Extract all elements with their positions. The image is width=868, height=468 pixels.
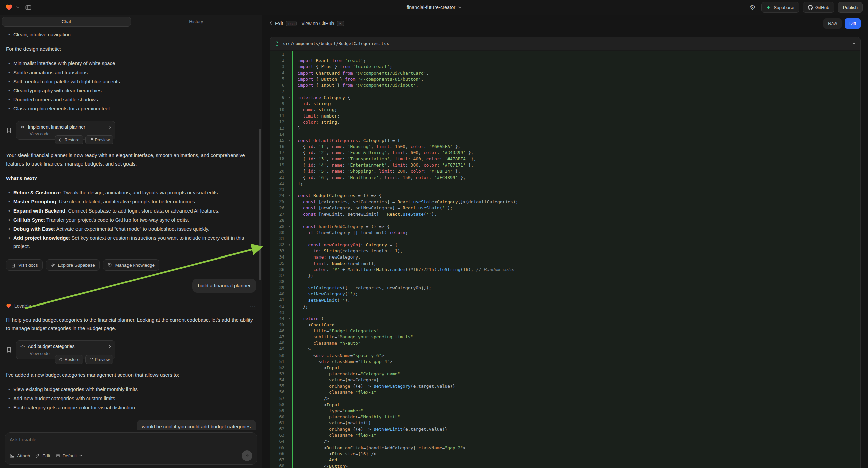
fold-chevron-icon[interactable]: ▼ xyxy=(287,225,292,228)
code-line-text: const BudgetCategories = () => { xyxy=(293,193,381,198)
line-number: 39 xyxy=(270,285,287,290)
fold-chevron-icon[interactable]: ▼ xyxy=(287,194,292,197)
collapse-chevron-up-icon[interactable] xyxy=(852,42,856,45)
tab-history[interactable]: History xyxy=(132,17,260,27)
code-line: 31 xyxy=(270,236,860,242)
lovable-logo-heart-icon[interactable] xyxy=(5,4,13,11)
visit-docs-button[interactable]: Visit docs xyxy=(6,259,42,271)
manage-knowledge-label: Manage knowledge xyxy=(116,263,155,268)
supabase-bolt-icon xyxy=(766,5,771,10)
version-row: <> Implement financial planner View code xyxy=(6,121,256,140)
manage-knowledge-button[interactable]: Manage knowledge xyxy=(103,259,159,271)
code-line: 25 const [categories, setCategories] = R… xyxy=(270,199,860,205)
view-on-github-button[interactable]: View on GitHub 6 xyxy=(301,21,344,26)
project-selector[interactable]: financial-future-creator xyxy=(407,5,461,10)
publish-button[interactable]: Publish xyxy=(838,2,863,13)
code-line-text: value={newLimit} xyxy=(293,420,371,426)
chip-icon xyxy=(56,453,60,458)
code-line-text: { id: '1', name: 'Housing', limit: 1500,… xyxy=(293,144,460,149)
diff-added-bar xyxy=(292,279,293,285)
chevron-right-icon[interactable] xyxy=(109,125,111,129)
line-number: 60 xyxy=(270,415,287,419)
code-line-text: }; xyxy=(293,273,313,278)
send-button[interactable] xyxy=(242,450,252,461)
fold-chevron-icon[interactable]: ▼ xyxy=(287,96,292,99)
diff-added-bar xyxy=(292,309,293,315)
code-line-text: <div className="flex gap-4"> xyxy=(293,359,392,364)
line-number: 63 xyxy=(270,433,287,438)
workspace-chevron-down-icon[interactable] xyxy=(16,6,20,8)
line-number: 62 xyxy=(270,427,287,431)
code-line-text: setNewLimit(''); xyxy=(293,298,350,303)
attach-button[interactable]: Attach xyxy=(10,453,30,458)
code-line: 34 name: newCategory, xyxy=(270,254,860,260)
code-line: 41 setNewLimit(''); xyxy=(270,297,860,303)
preview-button[interactable]: Preview xyxy=(85,135,114,144)
fold-chevron-icon[interactable]: ▼ xyxy=(287,243,292,246)
line-number: 12 xyxy=(270,119,287,124)
code-line: 67 Add xyxy=(270,457,860,463)
diff-added-bar xyxy=(292,236,293,242)
code-line-text: <Input xyxy=(293,365,340,370)
version-row: <> Add budget categories View code xyxy=(6,341,256,359)
code-editor[interactable]: 12import React from 'react';3import { Pl… xyxy=(270,50,860,468)
chat-scrollbar-thumb[interactable] xyxy=(259,128,261,280)
tab-chat[interactable]: Chat xyxy=(2,17,131,27)
more-options-icon[interactable]: ⋯ xyxy=(250,302,256,310)
code-line: 62 onChange={(e) => setNewLimit(e.target… xyxy=(270,426,860,432)
code-line: 27 const [newLimit, setNewLimit] = React… xyxy=(270,211,860,217)
version-actions: Restore Preview xyxy=(55,355,114,364)
list-item: GitHub Sync: Transfer your project's cod… xyxy=(6,215,256,224)
explore-supabase-button[interactable]: Explore Supabase xyxy=(46,259,100,271)
code-line-text: <Plus size={16} /> xyxy=(293,451,376,456)
code-line-text: className="flex-1" xyxy=(293,433,376,438)
bookmark-icon[interactable] xyxy=(6,127,12,133)
restore-button[interactable]: Restore xyxy=(55,135,83,144)
external-link-icon xyxy=(89,357,93,361)
mode-selector[interactable]: Default xyxy=(56,453,83,458)
edit-button[interactable]: Edit xyxy=(35,453,50,458)
code-line: 64 /> xyxy=(270,438,860,444)
diff-button[interactable]: Diff xyxy=(844,19,861,29)
line-number: 65 xyxy=(270,445,287,450)
line-number: 1 xyxy=(270,52,287,57)
raw-button[interactable]: Raw xyxy=(824,19,842,29)
preview-button[interactable]: Preview xyxy=(85,355,114,364)
doc-icon xyxy=(11,263,16,268)
fold-chevron-icon[interactable]: ▼ xyxy=(287,139,292,142)
code-line: 24▼const BudgetCategories = () => { xyxy=(270,193,860,199)
code-line: 18 { id: '3', name: 'Transportation', li… xyxy=(270,156,860,162)
supabase-button[interactable]: Supabase xyxy=(761,2,799,13)
code-line: 22]; xyxy=(270,180,860,186)
chat-panel: Chat History Clean, intuitive navigation… xyxy=(0,15,262,468)
chat-input[interactable] xyxy=(10,437,252,446)
assistant-intro-text: I'll help you add budget categories to t… xyxy=(6,316,256,332)
restore-button[interactable]: Restore xyxy=(55,355,83,364)
bookmark-icon[interactable] xyxy=(6,347,12,353)
user-message: would be cool if you could add budget ca… xyxy=(136,420,256,430)
fold-chevron-icon[interactable]: ▼ xyxy=(287,317,292,320)
chevron-right-icon[interactable] xyxy=(109,345,111,349)
settings-gear-icon[interactable]: ⚙ xyxy=(747,2,758,13)
github-button[interactable]: GitHub xyxy=(803,2,834,13)
version-title: Add budget categories xyxy=(28,344,74,349)
code-line-text: <Button onClick={handleAddCategory} clas… xyxy=(293,445,466,450)
line-number: 40 xyxy=(270,292,287,296)
sidebar-toggle-icon[interactable] xyxy=(23,2,34,13)
file-header[interactable]: src/components/budget/BudgetCategories.t… xyxy=(270,37,860,50)
chat-message-list[interactable]: Clean, intuitive navigation For the desi… xyxy=(0,28,262,430)
code-line-text: limit: number; xyxy=(293,114,340,118)
external-link-icon xyxy=(89,138,93,142)
line-number: 64 xyxy=(270,439,287,444)
code-line-text: import { Input } from '@/components/ui/i… xyxy=(293,83,418,88)
exit-button[interactable]: Exit esc xyxy=(270,21,297,26)
code-line-text: /> xyxy=(293,396,329,401)
view-mode-switch: Raw Diff xyxy=(824,19,861,29)
code-line: 68 </Button> xyxy=(270,463,860,468)
line-number: 11 xyxy=(270,114,287,118)
code-line: 23 xyxy=(270,187,860,193)
version-card-wrap: <> Implement financial planner View code xyxy=(16,121,116,140)
code-panel: Exit esc View on GitHub 6 Raw Diff s xyxy=(262,15,868,468)
code-line: 16 { id: '1', name: 'Housing', limit: 15… xyxy=(270,143,860,149)
line-number: 29 xyxy=(270,224,287,229)
